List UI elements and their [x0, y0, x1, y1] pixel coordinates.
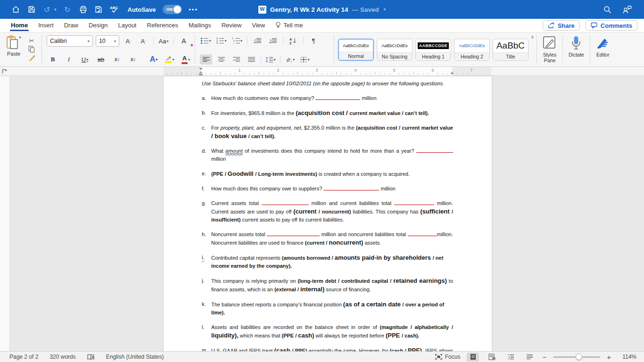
shrink-font-button[interactable]: Aˇ: [137, 36, 149, 46]
answer-blank[interactable]: [416, 148, 453, 153]
document-workspace[interactable]: Use Starbucks’ balance sheet dated 10/02…: [10, 76, 644, 351]
bullets-button[interactable]: ▾: [200, 35, 212, 46]
paragraph-g[interactable]: g.Current assets total million and curre…: [202, 199, 453, 224]
zoom-in-button[interactable]: +: [607, 353, 611, 361]
paragraph-d[interactable]: d.What amount of investments does this c…: [202, 147, 453, 163]
proofing-status-icon[interactable]: [87, 354, 95, 360]
first-line-indent-marker[interactable]: [199, 68, 203, 70]
font-name-select[interactable]: Calibri▾: [47, 35, 93, 47]
autosave-toggle[interactable]: ON: [163, 5, 182, 14]
font-color-button[interactable]: A▾: [180, 54, 192, 65]
word-count[interactable]: 320 words: [50, 354, 75, 360]
font-size-select[interactable]: 10▾: [96, 35, 119, 47]
zoom-slider[interactable]: [553, 356, 600, 358]
clear-formatting-button[interactable]: A: [178, 36, 190, 46]
document-page[interactable]: Use Starbucks’ balance sheet dated 10/02…: [164, 76, 492, 351]
comments-button[interactable]: Comments: [586, 20, 637, 31]
tab-layout[interactable]: Layout: [113, 20, 141, 32]
tab-selector-icon[interactable]: [1, 68, 8, 74]
language-indicator[interactable]: English (United States): [106, 354, 164, 360]
paragraph-b[interactable]: b.For inventories, $965.8 million is the…: [202, 109, 453, 117]
style-card-normal[interactable]: AaBbCcDdEeNormal: [338, 39, 374, 61]
redo-icon[interactable]: ↻: [63, 5, 72, 14]
save-icon[interactable]: [27, 5, 36, 14]
tab-view[interactable]: View: [247, 20, 270, 32]
multilevel-list-button[interactable]: 1ai▾: [231, 35, 243, 46]
paragraph-j[interactable]: j.This company is relying primarily on (…: [202, 277, 453, 294]
tab-design[interactable]: Design: [83, 20, 113, 32]
copy-button[interactable]: [26, 45, 37, 53]
bold-button[interactable]: B: [47, 54, 59, 65]
share-button[interactable]: Share: [543, 20, 580, 31]
superscript-button[interactable]: x2: [127, 54, 139, 65]
tab-tell-me[interactable]: Tell me: [270, 20, 308, 32]
undo-icon[interactable]: ↺: [42, 5, 51, 14]
answer-blank[interactable]: [267, 231, 320, 236]
change-case-button[interactable]: Aa▾: [157, 36, 170, 46]
italic-button[interactable]: I: [63, 54, 75, 65]
undo-menu-chevron-icon[interactable]: ▾: [54, 7, 57, 12]
paragraph-intro[interactable]: Use Starbucks’ balance sheet dated 10/02…: [202, 80, 453, 88]
print-layout-view-button[interactable]: [467, 353, 479, 362]
styles-pane-button[interactable]: Styles Pane: [539, 33, 561, 66]
paragraph-a[interactable]: a.How much do customers owe this company…: [202, 94, 453, 102]
borders-button[interactable]: ▾: [299, 54, 311, 65]
numbering-button[interactable]: 123▾: [215, 35, 228, 46]
answer-blank[interactable]: [408, 231, 437, 236]
align-left-button[interactable]: [200, 54, 212, 65]
tab-mailings[interactable]: Mailings: [183, 20, 216, 32]
grow-font-button[interactable]: Aˆ: [122, 36, 134, 46]
paste-button[interactable]: ▾ Paste: [3, 35, 25, 65]
home-icon[interactable]: [11, 5, 20, 14]
zoom-out-button[interactable]: −: [542, 353, 546, 361]
text-effects-button[interactable]: A▾: [148, 54, 160, 65]
paragraph-i[interactable]: i.Contributed capital represents (amount…: [202, 254, 453, 270]
hanging-indent-marker[interactable]: [199, 71, 203, 74]
styles-gallery-more-icon[interactable]: ›: [530, 33, 535, 66]
tab-home[interactable]: Home: [6, 20, 33, 32]
more-commands-icon[interactable]: •••: [189, 5, 198, 14]
editor-button[interactable]: Editor: [592, 33, 614, 66]
zoom-slider-knob[interactable]: [576, 354, 582, 360]
justify-button[interactable]: [245, 54, 257, 65]
answer-blank[interactable]: [323, 186, 379, 190]
shading-button[interactable]: ▾: [284, 54, 296, 65]
style-card-heading-2[interactable]: AaBbCcDdEeHeading 2: [454, 39, 490, 61]
presence-comments-icon[interactable]: [622, 5, 632, 14]
draft-view-button[interactable]: [523, 353, 536, 362]
tab-insert[interactable]: Insert: [33, 20, 59, 32]
spelling-check-icon[interactable]: ABC: [110, 5, 119, 14]
format-painter-button[interactable]: [26, 53, 37, 62]
tab-review[interactable]: Review: [216, 20, 247, 32]
paragraph-e[interactable]: e.(PPE / Goodwill / Long-term investment…: [202, 170, 453, 178]
highlight-button[interactable]: ▾: [164, 54, 176, 65]
horizontal-ruler[interactable]: 1234567: [0, 67, 644, 76]
show-paragraph-marks-button[interactable]: ¶: [307, 35, 320, 46]
right-indent-marker[interactable]: [450, 72, 454, 74]
subscript-button[interactable]: x2: [111, 54, 123, 65]
answer-blank[interactable]: [262, 200, 309, 205]
focus-button[interactable]: Focus: [435, 354, 461, 360]
underline-button[interactable]: U▾: [79, 54, 91, 65]
print-icon[interactable]: [79, 5, 88, 14]
increase-indent-button[interactable]: [267, 35, 279, 46]
style-card-no-spacing[interactable]: AaBbCcDdEeNo Spacing: [377, 39, 413, 61]
style-card-heading-1[interactable]: AABBCCDDEHeading 1: [415, 39, 451, 61]
save-as-icon[interactable]: [94, 5, 103, 14]
dictate-button[interactable]: Dictate: [565, 33, 588, 66]
style-card-title[interactable]: AaBbCTitle: [493, 39, 528, 61]
tab-references[interactable]: References: [142, 20, 183, 32]
paragraph-l[interactable]: l.Assets and liabilities are recorded on…: [202, 323, 453, 340]
cut-button[interactable]: ✂: [26, 36, 37, 45]
answer-blank[interactable]: [315, 95, 360, 100]
search-icon[interactable]: [603, 5, 612, 14]
paragraph-k[interactable]: k.The balance sheet reports a company’s …: [202, 300, 453, 317]
strikethrough-button[interactable]: ab: [95, 54, 107, 65]
saved-chevron-icon[interactable]: ▾: [384, 7, 386, 12]
align-right-button[interactable]: [230, 54, 242, 65]
answer-blank[interactable]: [394, 200, 434, 205]
decrease-indent-button[interactable]: [251, 35, 264, 46]
left-indent-marker[interactable]: [199, 74, 203, 75]
tab-draw[interactable]: Draw: [59, 20, 83, 32]
document-content[interactable]: Use Starbucks’ balance sheet dated 10/02…: [202, 80, 453, 362]
